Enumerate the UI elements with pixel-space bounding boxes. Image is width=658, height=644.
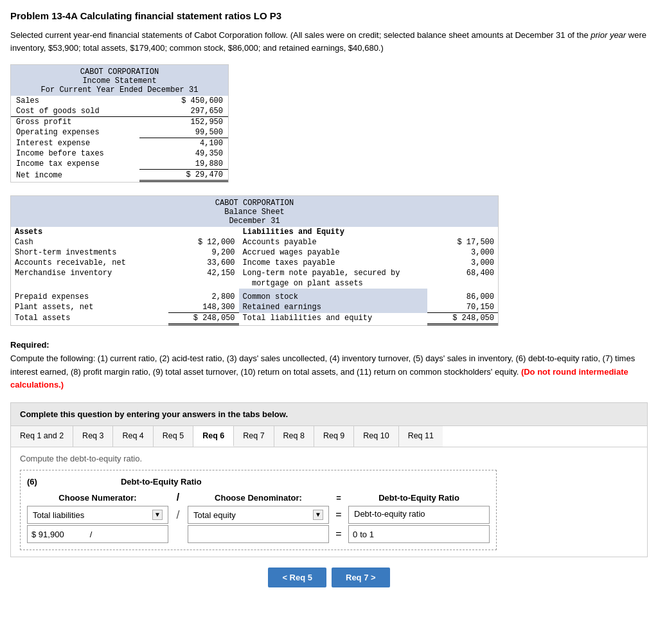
ratio-headers: Choose Numerator: / Choose Denominator: … xyxy=(27,490,490,505)
divider-symbol: / xyxy=(168,508,188,522)
denominator-input[interactable] xyxy=(192,530,269,539)
nav-buttons: < Req 5 Req 7 > xyxy=(10,568,648,587)
dropdown-arrow-numerator[interactable]: ▼ xyxy=(152,510,163,520)
table-row: Accounts receivable, net 33,600 Income t… xyxy=(11,258,498,268)
problem-title: Problem 13-4A Calculating financial stat… xyxy=(10,10,648,21)
tab-req-4[interactable]: Req 4 xyxy=(113,426,153,447)
result-value-cell: 0 to 1 xyxy=(348,525,490,543)
income-statement-table: Sales $ 450,600 Cost of goods sold 297,6… xyxy=(11,96,228,182)
table-row: Assets Liabilities and Equity xyxy=(11,227,498,237)
table-row: Net income $ 29,470 xyxy=(11,170,228,181)
ratio-number: (6) Debt-to-Equity Ratio xyxy=(27,477,490,487)
tab-req-5[interactable]: Req 5 xyxy=(154,426,193,447)
table-row: Gross profit 152,950 xyxy=(11,117,228,128)
prev-button[interactable]: < Req 5 xyxy=(268,568,326,587)
result-label-cell: Debt-to-equity ratio xyxy=(348,506,490,524)
ratio-dropdowns[interactable]: Total liabilities ▼ / Total equity ▼ = D… xyxy=(27,506,490,524)
equals-header: = xyxy=(329,492,348,504)
table-row: Income before taxes 49,350 xyxy=(11,148,228,159)
next-button[interactable]: Req 7 > xyxy=(332,568,390,587)
next-label: Req 7 > xyxy=(346,573,376,582)
denominator-input-cell[interactable] xyxy=(188,525,329,543)
balance-sheet-table: Assets Liabilities and Equity Cash $ 12,… xyxy=(11,227,498,325)
numerator-input-cell[interactable]: $ / xyxy=(27,525,168,543)
table-row: Merchandise inventory 42,150 Long-term n… xyxy=(11,268,498,278)
input-equals: = xyxy=(329,528,348,540)
divider-header: / xyxy=(168,490,188,505)
tab-req-9[interactable]: Req 9 xyxy=(314,426,354,447)
table-row: Sales $ 450,600 xyxy=(11,96,228,106)
description: Selected current year-end financial stat… xyxy=(10,29,648,54)
tab-req-11[interactable]: Req 11 xyxy=(399,426,443,447)
table-row: Cost of goods sold 297,650 xyxy=(11,106,228,117)
denominator-dropdown[interactable]: Total equity ▼ xyxy=(188,506,329,524)
balance-sheet-header: CABOT CORPORATION Balance Sheet December… xyxy=(11,196,498,227)
table-row: Prepaid expenses 2,800 Common stock 86,0… xyxy=(11,289,498,302)
result-suffix: to 1 xyxy=(360,530,374,539)
table-row: Total assets $ 248,050 Total liabilities… xyxy=(11,313,498,325)
required-section: Required: Compute the following: (1) cur… xyxy=(10,339,648,392)
tab-instruction: Compute the debt-to-equity ratio. xyxy=(20,454,638,463)
numerator-dropdown[interactable]: Total liabilities ▼ xyxy=(27,506,168,524)
ratio-outer: (6) Debt-to-Equity Ratio Choose Numerato… xyxy=(20,470,497,550)
tab-req-3[interactable]: Req 3 xyxy=(73,426,113,447)
prev-label: < Req 5 xyxy=(282,573,312,582)
balance-sheet-wrapper: CABOT CORPORATION Balance Sheet December… xyxy=(10,195,499,326)
tab-req-6[interactable]: Req 6 xyxy=(193,426,234,447)
table-row: Income tax expense 19,880 xyxy=(11,159,228,170)
tab-req-8[interactable]: Req 8 xyxy=(274,426,314,447)
complete-box: Complete this question by entering your … xyxy=(10,402,648,426)
income-statement-header: CABOT CORPORATION Income Statement For C… xyxy=(11,65,228,96)
equals-symbol: = xyxy=(329,509,348,521)
tabs-container: Req 1 and 2Req 3Req 4Req 5Req 6Req 7Req … xyxy=(10,426,648,447)
table-row: mortgage on plant assets xyxy=(11,278,498,289)
income-statement-wrapper: CABOT CORPORATION Income Statement For C… xyxy=(10,64,229,183)
table-row: Plant assets, net 148,300 Retained earni… xyxy=(11,302,498,313)
tab-req-10[interactable]: Req 10 xyxy=(354,426,398,447)
table-row: Operating expenses 99,500 xyxy=(11,127,228,138)
table-row: Interest expense 4,100 xyxy=(11,138,228,149)
result-header: Debt-to-Equity Ratio xyxy=(348,492,490,504)
tab-req-7[interactable]: Req 7 xyxy=(234,426,274,447)
numerator-input[interactable] xyxy=(39,530,90,539)
table-row: Cash $ 12,000 Accounts payable $ 17,500 xyxy=(11,237,498,247)
required-title: Required: xyxy=(10,340,49,350)
tab-content-area: Compute the debt-to-equity ratio. (6) De… xyxy=(10,447,648,557)
dropdown-arrow-denominator[interactable]: ▼ xyxy=(313,510,323,520)
ratio-title: Debt-to-Equity Ratio xyxy=(121,477,202,487)
ratio-inputs: $ / = 0 to 1 xyxy=(27,525,490,543)
tab-req-1-and-2[interactable]: Req 1 and 2 xyxy=(11,426,73,447)
denominator-header: Choose Denominator: xyxy=(188,492,329,504)
table-row: Short-term investments 9,200 Accrued wag… xyxy=(11,247,498,258)
numerator-header: Choose Numerator: xyxy=(27,492,168,504)
